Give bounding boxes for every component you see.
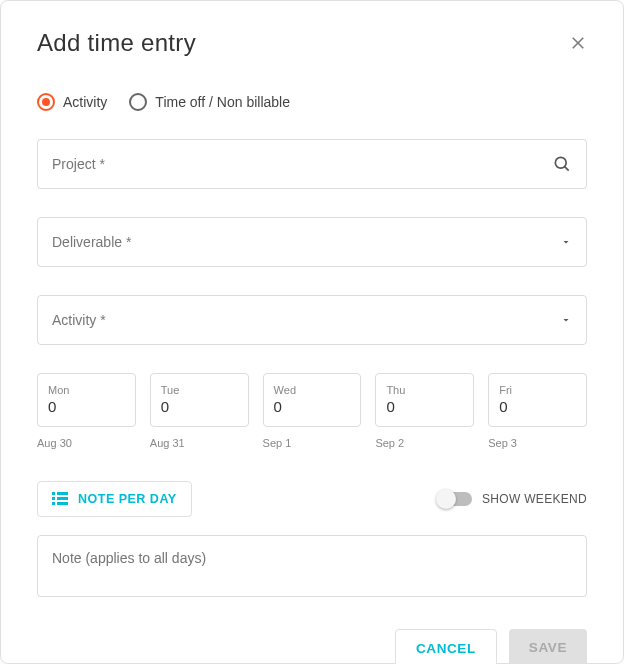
show-weekend-control: SHOW WEEKEND [438,492,587,506]
save-button[interactable]: SAVE [509,629,587,664]
close-icon [569,34,587,52]
day-date: Sep 3 [488,437,587,449]
svg-point-2 [555,157,566,168]
day-thu: Thu Sep 2 [375,373,474,449]
day-value-input[interactable] [48,398,125,415]
modal-footer: CANCEL SAVE [37,629,587,664]
day-label: Thu [386,384,463,396]
day-value-input[interactable] [499,398,576,415]
svg-rect-7 [57,497,68,500]
entry-type-radio-group: Activity Time off / Non billable [37,93,587,111]
modal-header: Add time entry [37,29,587,57]
field-label: Activity * [52,312,106,328]
list-icon [52,492,68,506]
show-weekend-toggle[interactable] [438,492,472,506]
project-select[interactable]: Project * [37,139,587,189]
row-controls: NOTE PER DAY SHOW WEEKEND [37,481,587,517]
svg-rect-5 [57,492,68,495]
svg-rect-4 [52,492,55,495]
show-weekend-label: SHOW WEEKEND [482,492,587,506]
radio-icon [37,93,55,111]
day-value-input[interactable] [161,398,238,415]
day-value-input[interactable] [386,398,463,415]
field-label: Project * [52,156,105,172]
day-label: Fri [499,384,576,396]
cancel-button[interactable]: CANCEL [395,629,497,664]
day-date: Sep 1 [263,437,362,449]
deliverable-select[interactable]: Deliverable * [37,217,587,267]
day-fri: Fri Sep 3 [488,373,587,449]
radio-label: Activity [63,94,107,110]
day-date: Aug 31 [150,437,249,449]
radio-label: Time off / Non billable [155,94,290,110]
svg-rect-9 [57,502,68,505]
add-time-entry-modal: Add time entry Activity Time off / Non b… [0,0,624,664]
day-input-mon[interactable]: Mon [37,373,136,427]
day-input-fri[interactable]: Fri [488,373,587,427]
close-button[interactable] [569,34,587,52]
chevron-down-icon [560,236,572,248]
day-label: Tue [161,384,238,396]
modal-title: Add time entry [37,29,196,57]
day-input-thu[interactable]: Thu [375,373,474,427]
day-label: Mon [48,384,125,396]
svg-line-3 [565,167,569,171]
note-textarea[interactable] [37,535,587,597]
day-label: Wed [274,384,351,396]
day-input-tue[interactable]: Tue [150,373,249,427]
note-per-day-button[interactable]: NOTE PER DAY [37,481,192,517]
days-row: Mon Aug 30 Tue Aug 31 Wed Sep 1 Thu S [37,373,587,449]
day-date: Sep 2 [375,437,474,449]
day-input-wed[interactable]: Wed [263,373,362,427]
radio-timeoff[interactable]: Time off / Non billable [129,93,290,111]
radio-icon [129,93,147,111]
day-wed: Wed Sep 1 [263,373,362,449]
chevron-down-icon [560,314,572,326]
radio-activity[interactable]: Activity [37,93,107,111]
activity-select[interactable]: Activity * [37,295,587,345]
day-tue: Tue Aug 31 [150,373,249,449]
note-per-day-label: NOTE PER DAY [78,492,177,506]
day-mon: Mon Aug 30 [37,373,136,449]
field-label: Deliverable * [52,234,131,250]
search-icon [552,154,572,174]
svg-rect-8 [52,502,55,505]
day-date: Aug 30 [37,437,136,449]
svg-rect-6 [52,497,55,500]
day-value-input[interactable] [274,398,351,415]
